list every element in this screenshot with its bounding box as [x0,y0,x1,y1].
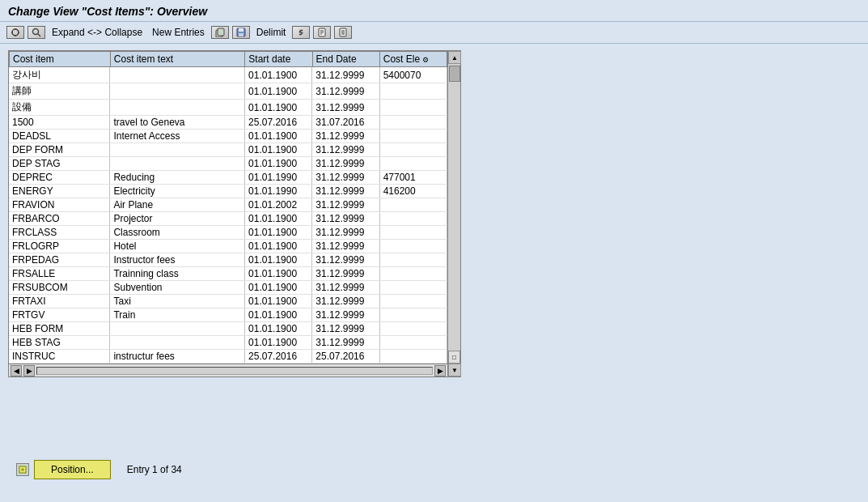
table-cell: 31.12.9999 [312,322,379,336]
table-cell: 01.01.2002 [245,198,312,212]
main-content: Cost item Cost item text Start date End … [0,44,868,384]
table-row[interactable]: ENERGYElectricity01.01.199031.12.9999416… [9,185,447,198]
toolbar-btn-search[interactable] [28,26,45,39]
h-scroll-end-arrow[interactable]: ▶ [434,365,446,376]
table-row[interactable]: 設備01.01.190031.12.9999 [9,100,447,116]
table-cell: FRSUBCOM [9,281,110,295]
table-cell: 01.01.1990 [245,171,312,185]
table-cell: Projector [110,212,245,226]
table-cell: 01.01.1990 [245,185,312,198]
table-cell: 31.12.9999 [312,143,379,157]
toolbar: Expand <-> Collapse New Entries Delimit [0,22,868,44]
table-cell [379,143,447,157]
table-row[interactable]: DEP FORM01.01.190031.12.9999 [9,143,447,157]
toolbar-btn-save[interactable] [232,26,250,39]
table-cell: Trainning class [110,267,245,281]
table-cell [379,130,447,143]
table-row[interactable]: HEB FORM01.01.190031.12.9999 [9,322,447,336]
table-cell: 31.12.9999 [312,171,379,185]
toolbar-btn-link[interactable] [292,26,310,39]
svg-point-5 [33,29,39,35]
table-row[interactable]: DEP STAG01.01.190031.12.9999 [9,157,447,171]
horizontal-scrollbar[interactable]: ◀ ▶ ▶ [9,364,447,376]
table-cell [110,100,245,116]
table-cell: FRTGV [9,308,110,322]
table-row[interactable]: 講師01.01.190031.12.9999 [9,83,447,100]
table-cell [379,281,447,295]
table-row[interactable]: FRSALLETrainning class01.01.190031.12.99… [9,267,447,281]
title-bar: Change View "Cost Items": Overview [0,0,868,22]
table-cell: FRCLASS [9,226,110,240]
table-cell: 01.01.1900 [245,267,312,281]
table-cell: Hotel [110,240,245,253]
table-cell: FRLOGRP [9,240,110,253]
scroll-up-arrow[interactable]: ▲ [448,51,461,64]
table-cell: 設備 [9,100,110,116]
table-cell: 31.12.9999 [312,100,379,116]
col-header-cost-item-text: Cost item text [110,52,244,67]
svg-rect-11 [239,33,243,36]
table-cell: 31.12.9999 [312,67,379,83]
table-cell [110,143,245,157]
table-row[interactable]: DEPRECReducing01.01.199031.12.9999477001 [9,171,447,185]
table-row[interactable]: FRPEDAGInstructor fees01.01.190031.12.99… [9,253,447,267]
scroll-thumb[interactable] [449,66,460,82]
table-row[interactable]: FRCLASSClassroom01.01.190031.12.9999 [9,226,447,240]
h-scroll-left-arrow[interactable]: ◀ [11,365,22,376]
table-cell: ENERGY [9,185,110,198]
table-cell [379,336,447,350]
table-row[interactable]: 1500travel to Geneva25.07.201631.07.2016 [9,116,447,130]
table-cell [110,83,245,100]
table-cell [379,253,447,267]
vertical-scrollbar[interactable]: ▲ □ ▼ [447,51,460,376]
scroll-checkbox[interactable]: □ [448,351,460,364]
table-cell [379,100,447,116]
table-row[interactable]: INSTRUCinstructur fees25.07.201625.07.20… [9,350,447,364]
table-row[interactable]: FRTAXITaxi01.01.190031.12.9999 [9,295,447,308]
table-cell [379,212,447,226]
toolbar-btn-copy[interactable] [211,26,229,39]
table-cell: DEADSL [9,130,110,143]
table-cell: 25.07.2016 [312,350,379,364]
scroll-thumb-area [448,64,460,351]
table-row[interactable]: FRAVIONAir Plane01.01.200231.12.9999 [9,198,447,212]
table-cell: 01.01.1900 [245,212,312,226]
col-header-cost-item: Cost item [10,52,111,67]
position-button[interactable]: Position... [34,460,111,479]
table-cell: 477001 [379,171,447,185]
table-cell [379,157,447,171]
table-row[interactable]: FRTGVTrain01.01.190031.12.9999 [9,308,447,322]
page-title: Change View "Cost Items": Overview [8,5,860,18]
delimit-btn[interactable]: Delimit [253,25,290,40]
table-row[interactable]: FRBARCOProjector01.01.190031.12.9999 [9,212,447,226]
table-row[interactable]: HEB STAG01.01.190031.12.9999 [9,336,447,350]
table-cell: 31.12.9999 [312,281,379,295]
table-row[interactable]: DEADSLInternet Access01.01.190031.12.999… [9,130,447,143]
col-settings-icon[interactable]: ⚙ [422,56,429,64]
table-cell [379,350,447,364]
table-cell: HEB FORM [9,322,110,336]
table-cell: 31.12.9999 [312,157,379,171]
h-scroll-right-arrow[interactable]: ▶ [23,365,35,376]
table-cell: 31.12.9999 [312,185,379,198]
toolbar-btn-doc2[interactable] [334,26,352,39]
table-row[interactable]: FRLOGRPHotel01.01.190031.12.9999 [9,240,447,253]
toolbar-btn-settings[interactable] [6,26,24,39]
toolbar-btn-doc1[interactable] [313,26,331,39]
table-row[interactable]: 강사비01.01.190031.12.99995400070 [9,67,447,83]
expand-collapse-btn[interactable]: Expand <-> Collapse [49,25,146,40]
table-cell [379,198,447,212]
table-cell: 31.12.9999 [312,267,379,281]
table-row[interactable]: FRSUBCOMSubvention01.01.190031.12.9999 [9,281,447,295]
h-scroll-track[interactable] [36,367,433,375]
table-cell: FRPEDAG [9,253,110,267]
table-cell [110,67,245,83]
table-cell: INSTRUC [9,350,110,364]
table-cell: 5400070 [379,67,447,83]
table-cell: 01.01.1900 [245,322,312,336]
table-cell [110,322,245,336]
table-cell: 31.12.9999 [312,226,379,240]
table-cell [379,267,447,281]
scroll-down-arrow[interactable]: ▼ [448,364,461,376]
new-entries-btn[interactable]: New Entries [149,25,208,40]
